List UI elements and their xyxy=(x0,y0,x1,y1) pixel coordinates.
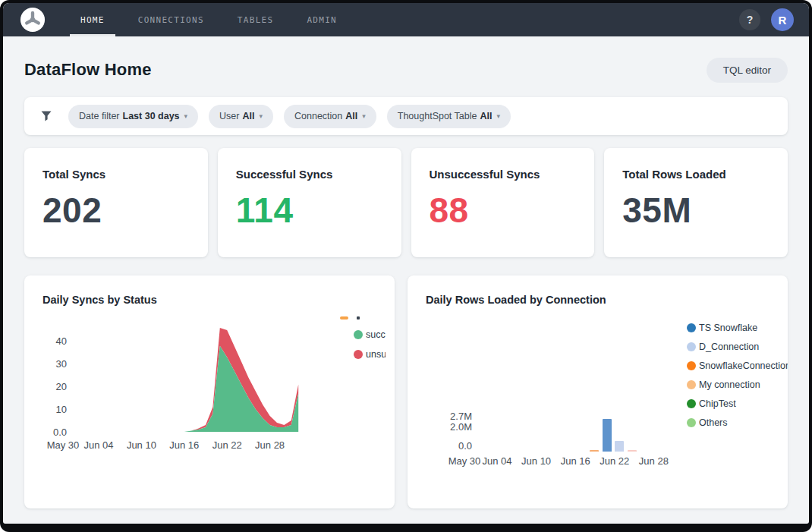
y-axis-label: 0.0 xyxy=(426,441,472,452)
legend-item-others[interactable]: Others xyxy=(687,416,788,430)
window-frame: HOME CONNECTIONS TABLES ADMIN ? R DataFl… xyxy=(0,0,812,532)
top-navbar: HOME CONNECTIONS TABLES ADMIN ? R xyxy=(3,3,809,36)
chevron-down-icon: ▾ xyxy=(184,112,188,120)
legend-item-ts-snowflake[interactable]: TS Snowflake xyxy=(687,321,788,335)
kpi-successful-syncs[interactable]: Successful Syncs 114 xyxy=(218,148,401,257)
x-axis-label: Jun 28 xyxy=(639,455,669,467)
page-title: DataFlow Home xyxy=(24,60,152,80)
legend-item-unsuccessful[interactable]: unsuccessful xyxy=(354,348,386,360)
bar-d-connection[interactable] xyxy=(615,441,624,452)
axis-label: Jun 28 xyxy=(255,439,285,451)
app-window: HOME CONNECTIONS TABLES ADMIN ? R DataFl… xyxy=(3,3,809,524)
legend-item-d-connection[interactable]: D_Connection xyxy=(687,340,788,354)
thoughtspot-logo-icon[interactable] xyxy=(20,7,46,33)
axis-label: Jun 22 xyxy=(212,439,242,451)
axis-label: Jun 10 xyxy=(127,439,156,451)
axis-label: 30 xyxy=(56,358,67,370)
filter-value: Last 30 days xyxy=(123,111,180,121)
kpi-label: Unsuccessful Syncs xyxy=(430,168,577,181)
axis-label: 0.0 xyxy=(53,427,67,438)
legend-label: unsuccessful xyxy=(366,349,386,360)
legend-label: D_Connection xyxy=(699,342,788,352)
filter-label: Connection xyxy=(294,111,342,121)
x-axis-label: Jun 16 xyxy=(561,455,590,467)
filter-label: User xyxy=(219,111,239,121)
kpi-unsuccessful-syncs[interactable]: Unsuccessful Syncs 88 xyxy=(411,148,595,257)
x-axis-label: Jun 22 xyxy=(600,455,629,467)
kpi-label: Total Syncs xyxy=(42,168,190,181)
user-avatar[interactable]: R xyxy=(771,8,794,31)
help-button[interactable]: ? xyxy=(739,9,760,30)
chart-daily-rows-by-connection: Daily Rows Loaded by Connection 2.7M 2.0… xyxy=(408,275,788,508)
kpi-total-rows-loaded[interactable]: Total Rows Loaded 35M xyxy=(604,148,788,257)
axis-label: Jun 04 xyxy=(83,439,113,451)
filter-label: Date filter xyxy=(79,111,120,121)
legend-item-successful[interactable]: successful xyxy=(354,329,386,341)
legend-dot xyxy=(687,361,696,370)
page-header: DataFlow Home TQL editor xyxy=(24,56,788,83)
chevron-down-icon: ▾ xyxy=(259,112,263,120)
chart-title: Daily Syncs by Status xyxy=(42,294,157,306)
axis-label: 40 xyxy=(56,335,67,347)
clipped-legend-item[interactable] xyxy=(340,316,370,320)
kpi-value: 35M xyxy=(622,190,770,231)
legend-label: SnowflakeConnection xyxy=(699,360,788,371)
filter-thoughtspot-table[interactable]: ThoughtSpot Table All ▾ xyxy=(387,105,511,128)
filter-bar: Date filter Last 30 days ▾ User All ▾ Co… xyxy=(24,97,788,135)
chart-daily-syncs-by-status: Daily Syncs by Status 0.010203040May 30J… xyxy=(24,275,395,508)
legend-dot xyxy=(354,330,363,339)
kpi-label: Successful Syncs xyxy=(236,168,383,181)
chevron-down-icon: ▾ xyxy=(496,112,500,120)
legend-label: TS Snowflake xyxy=(699,323,788,333)
axis-label: Jun 16 xyxy=(169,439,199,451)
legend-item-my-connection[interactable]: My connection xyxy=(687,378,788,392)
bar-my-connection[interactable] xyxy=(628,450,637,452)
filter-date[interactable]: Date filter Last 30 days ▾ xyxy=(68,105,198,128)
legend-dot xyxy=(687,323,696,332)
tab-admin[interactable]: ADMIN xyxy=(296,3,348,36)
filter-user[interactable]: User All ▾ xyxy=(209,105,273,128)
kpi-row: Total Syncs 202 Successful Syncs 114 Uns… xyxy=(24,148,788,257)
tab-home[interactable]: HOME xyxy=(70,3,115,36)
legend-dot xyxy=(687,418,696,427)
axis-label: 10 xyxy=(56,404,67,415)
legend-swatch xyxy=(340,316,348,320)
tab-connections[interactable]: CONNECTIONS xyxy=(127,3,215,36)
nav-tabs: HOME CONNECTIONS TABLES ADMIN xyxy=(70,3,360,36)
kpi-value: 114 xyxy=(236,190,383,231)
kpi-value: 202 xyxy=(42,190,190,231)
filter-connection[interactable]: Connection All ▾ xyxy=(284,105,376,128)
bar-ts-snowflake[interactable] xyxy=(603,419,612,452)
area-series[interactable] xyxy=(63,346,298,432)
legend-label: Others xyxy=(699,417,788,428)
legend-item-chiptest[interactable]: ChipTest xyxy=(687,397,788,411)
kpi-label: Total Rows Loaded xyxy=(622,168,770,181)
filter-value: All xyxy=(242,111,254,121)
area-series[interactable] xyxy=(63,328,298,432)
legend-item-snowflakeconnection[interactable]: SnowflakeConnection xyxy=(687,359,788,373)
tab-tables[interactable]: TABLES xyxy=(227,3,285,36)
kpi-total-syncs[interactable]: Total Syncs 202 xyxy=(24,148,208,257)
bar-my-connection[interactable] xyxy=(590,450,599,452)
area-chart-plot[interactable]: 0.010203040May 30Jun 04Jun 10Jun 16Jun 2… xyxy=(24,313,395,469)
filter-value: All xyxy=(480,111,492,121)
legend-dot xyxy=(354,350,363,359)
legend-dot xyxy=(687,342,696,351)
filter-funnel-icon[interactable] xyxy=(35,110,58,122)
chevron-down-icon: ▾ xyxy=(362,112,366,120)
chart-title: Daily Rows Loaded by Connection xyxy=(426,294,606,306)
legend-label: successful xyxy=(366,329,386,340)
filter-label: ThoughtSpot Table xyxy=(398,111,477,121)
legend-dot xyxy=(687,380,696,389)
x-axis-label: Jun 10 xyxy=(521,455,551,467)
axis-label: 20 xyxy=(56,381,67,392)
legend-swatch xyxy=(357,316,360,320)
legend-dot xyxy=(687,399,696,408)
legend-label: ChipTest xyxy=(699,398,788,409)
axis-label: May 30 xyxy=(47,439,80,451)
x-axis-label: May 30 xyxy=(448,455,481,467)
tql-editor-button[interactable]: TQL editor xyxy=(707,58,788,83)
kpi-value: 88 xyxy=(430,190,577,231)
navbar-right: ? R xyxy=(739,8,794,31)
y-axis-label: 2.7M xyxy=(426,411,472,422)
